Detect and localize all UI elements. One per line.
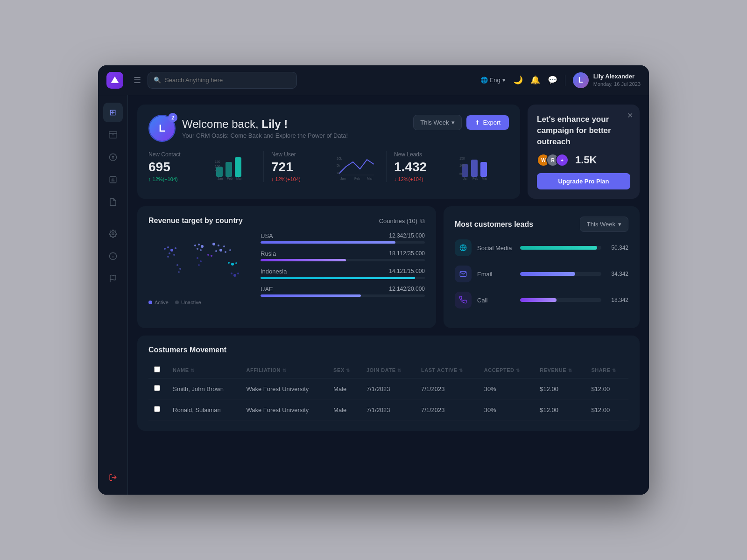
svg-point-45 — [179, 268, 181, 270]
svg-point-65 — [231, 273, 233, 274]
call-bar — [520, 298, 601, 302]
world-map-svg — [148, 232, 251, 293]
countries-label: Countries (10) — [379, 217, 417, 224]
leads-card-header: Most customers leads This Week ▾ — [455, 217, 628, 232]
sort-last-active[interactable]: ⇅ — [459, 368, 463, 373]
svg-rect-28 — [471, 160, 478, 177]
sort-affiliation[interactable]: ⇅ — [282, 368, 287, 373]
lead-call: Call 18.342 — [455, 292, 628, 308]
customers-table: NAME ⇅ AFFILIATION ⇅ SEX ⇅ JOIN DATE ⇅ — [148, 362, 628, 420]
user-avatar[interactable]: L — [573, 72, 589, 88]
table-row: Smith, John Brown Wake Forest University… — [148, 378, 628, 399]
svg-text:100: 100 — [215, 165, 220, 168]
content-area: L 2 Welcome back, Lily ! Your CRM Oasis:… — [128, 95, 649, 495]
svg-text:10k: 10k — [337, 157, 342, 160]
revenue-inner: Active Unactive — [148, 232, 425, 305]
svg-text:Feb: Feb — [354, 177, 360, 180]
sort-accepted[interactable]: ⇅ — [516, 368, 520, 373]
social-media-bar — [520, 246, 601, 250]
svg-point-61 — [229, 249, 231, 251]
avatar-badge: 2 — [168, 113, 177, 122]
this-week-button[interactable]: This Week ▾ — [413, 115, 462, 130]
sidebar-item-dollar[interactable] — [103, 147, 123, 167]
messages-icon[interactable]: 💬 — [548, 75, 557, 85]
sidebar: ⊞ — [98, 95, 128, 495]
col-affiliation: AFFILIATION ⇅ — [240, 362, 328, 378]
leads-title: Most customers leads — [455, 220, 533, 229]
search-bar: 🔍 — [148, 72, 297, 89]
sort-sex[interactable]: ⇅ — [346, 368, 350, 373]
sidebar-item-file[interactable] — [103, 192, 123, 212]
promo-close-button[interactable]: ✕ — [627, 111, 633, 120]
language-selector[interactable]: 🌐 Eng ▾ — [480, 77, 506, 84]
welcome-header: L 2 Welcome back, Lily ! Your CRM Oasis:… — [148, 115, 509, 142]
export-button[interactable]: ⬆ Export — [466, 115, 509, 130]
menu-icon[interactable]: ☰ — [134, 75, 141, 85]
row-checkbox-1[interactable] — [154, 385, 160, 391]
countries-badge: Countries (10) ⧉ — [379, 217, 425, 225]
sidebar-item-cube[interactable] — [103, 125, 123, 145]
svg-text:Jan: Jan — [463, 177, 468, 180]
sort-join-date[interactable]: ⇅ — [397, 368, 402, 373]
leads-list: Social Media 50.342 Email — [455, 239, 628, 308]
logout-button[interactable] — [103, 468, 123, 487]
table-card: Costumers Movement NAME ⇅ AFFILIATION ⇅ — [137, 336, 640, 431]
sidebar-item-grid[interactable]: ⊞ — [103, 103, 123, 122]
sidebar-item-info[interactable] — [103, 246, 123, 266]
country-uae: UAE 12.142/20.000 — [261, 286, 425, 297]
social-media-icon — [455, 239, 472, 256]
svg-text:Mar: Mar — [367, 177, 373, 180]
upload-icon: ⬆ — [475, 119, 480, 126]
svg-point-67 — [237, 273, 239, 274]
revenue-card: Revenue target by country Countries (10)… — [137, 206, 436, 328]
svg-point-66 — [233, 274, 236, 277]
svg-point-55 — [212, 243, 215, 245]
notifications-icon[interactable]: 🔔 — [530, 75, 540, 85]
legend-inactive: Unactive — [175, 300, 201, 305]
table-title: Costumers Movement — [148, 346, 628, 354]
svg-point-59 — [225, 251, 226, 253]
select-all-checkbox[interactable] — [154, 366, 160, 372]
sidebar-item-flag[interactable] — [103, 269, 123, 288]
row-checkbox-2[interactable] — [154, 406, 160, 412]
svg-text:1k: 1k — [337, 171, 340, 175]
filter-icon[interactable]: ⧉ — [420, 217, 425, 225]
svg-point-39 — [170, 249, 173, 252]
promo-card: ✕ Let's enhance your campaign for better… — [528, 105, 640, 199]
svg-point-5 — [112, 233, 114, 235]
upgrade-button[interactable]: Upgrade Pro Plan — [537, 173, 630, 189]
logo-button[interactable] — [106, 72, 123, 89]
sort-share[interactable]: ⇅ — [612, 368, 616, 373]
svg-point-53 — [200, 260, 202, 262]
user-text: Lily Alexander Monday, 16 Jul 2023 — [593, 73, 641, 87]
sidebar-item-settings[interactable] — [103, 224, 123, 244]
welcome-card: L 2 Welcome back, Lily ! Your CRM Oasis:… — [137, 105, 520, 199]
col-share: SHARE ⇅ — [585, 362, 628, 378]
leads-this-week-button[interactable]: This Week ▾ — [580, 217, 628, 232]
svg-text:Mar: Mar — [236, 177, 242, 180]
search-input[interactable] — [165, 77, 291, 84]
col-join-date: JOIN DATE ⇅ — [361, 362, 416, 378]
sidebar-item-chart[interactable] — [103, 170, 123, 189]
revenue-card-header: Revenue target by country Countries (10)… — [148, 217, 425, 225]
col-last-active: LAST ACTIVE ⇅ — [416, 362, 479, 378]
metric-new-leads: New Leads 1.432 ↓ 12%(+104) Jan Feb — [387, 151, 509, 182]
usa-progress — [261, 241, 425, 244]
svg-point-52 — [197, 257, 198, 259]
chevron-down-icon: ▾ — [502, 77, 506, 84]
sort-name[interactable]: ⇅ — [190, 368, 195, 373]
svg-point-40 — [175, 247, 176, 249]
sort-revenue[interactable]: ⇅ — [568, 368, 572, 373]
col-checkbox — [148, 362, 167, 378]
svg-point-42 — [173, 254, 175, 256]
welcome-greeting: Welcome back, Lily ! — [182, 118, 348, 131]
theme-toggle[interactable]: 🌙 — [513, 75, 523, 85]
call-icon — [455, 292, 472, 308]
table-body: Smith, John Brown Wake Forest University… — [148, 378, 628, 420]
promo-avatars: W R + — [537, 154, 565, 167]
rusia-progress — [261, 259, 425, 261]
svg-rect-0 — [109, 132, 117, 133]
col-name: NAME ⇅ — [167, 362, 240, 378]
user-date: Monday, 16 Jul 2023 — [593, 81, 641, 87]
inactive-dot — [175, 301, 179, 304]
